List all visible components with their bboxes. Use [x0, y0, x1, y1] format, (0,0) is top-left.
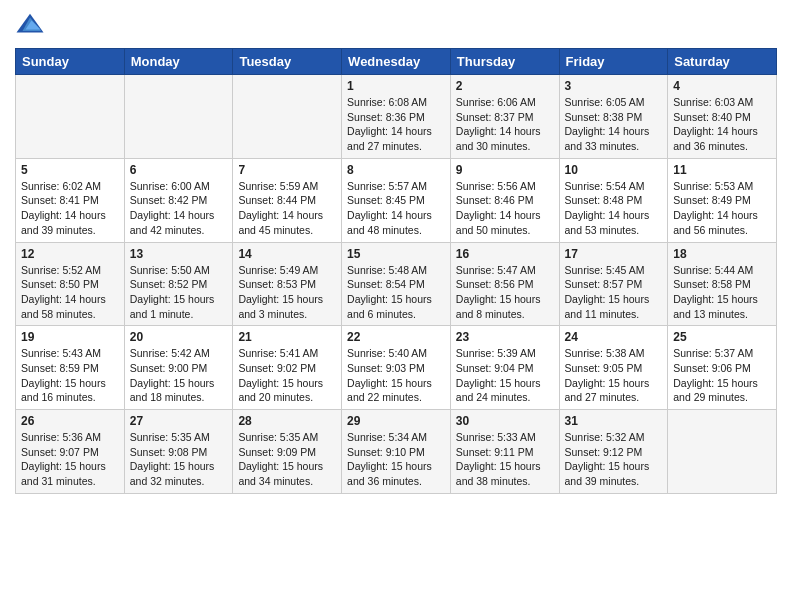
calendar-cell: 14Sunrise: 5:49 AM Sunset: 8:53 PM Dayli… [233, 242, 342, 326]
day-number: 11 [673, 163, 771, 177]
day-info: Sunrise: 5:52 AM Sunset: 8:50 PM Dayligh… [21, 263, 119, 322]
day-info: Sunrise: 6:06 AM Sunset: 8:37 PM Dayligh… [456, 95, 554, 154]
day-info: Sunrise: 5:34 AM Sunset: 9:10 PM Dayligh… [347, 430, 445, 489]
week-row-5: 26Sunrise: 5:36 AM Sunset: 9:07 PM Dayli… [16, 410, 777, 494]
day-info: Sunrise: 5:59 AM Sunset: 8:44 PM Dayligh… [238, 179, 336, 238]
day-number: 14 [238, 247, 336, 261]
day-number: 15 [347, 247, 445, 261]
calendar-cell: 7Sunrise: 5:59 AM Sunset: 8:44 PM Daylig… [233, 158, 342, 242]
week-row-1: 1Sunrise: 6:08 AM Sunset: 8:36 PM Daylig… [16, 75, 777, 159]
day-info: Sunrise: 5:38 AM Sunset: 9:05 PM Dayligh… [565, 346, 663, 405]
day-info: Sunrise: 6:02 AM Sunset: 8:41 PM Dayligh… [21, 179, 119, 238]
logo [15, 10, 49, 40]
day-number: 7 [238, 163, 336, 177]
day-info: Sunrise: 5:32 AM Sunset: 9:12 PM Dayligh… [565, 430, 663, 489]
day-number: 24 [565, 330, 663, 344]
weekday-header-thursday: Thursday [450, 49, 559, 75]
day-number: 26 [21, 414, 119, 428]
calendar-cell: 27Sunrise: 5:35 AM Sunset: 9:08 PM Dayli… [124, 410, 233, 494]
day-info: Sunrise: 5:47 AM Sunset: 8:56 PM Dayligh… [456, 263, 554, 322]
day-number: 28 [238, 414, 336, 428]
day-info: Sunrise: 5:33 AM Sunset: 9:11 PM Dayligh… [456, 430, 554, 489]
weekday-header-row: SundayMondayTuesdayWednesdayThursdayFrid… [16, 49, 777, 75]
day-number: 18 [673, 247, 771, 261]
day-number: 27 [130, 414, 228, 428]
calendar-cell: 25Sunrise: 5:37 AM Sunset: 9:06 PM Dayli… [668, 326, 777, 410]
day-info: Sunrise: 5:39 AM Sunset: 9:04 PM Dayligh… [456, 346, 554, 405]
calendar-table: SundayMondayTuesdayWednesdayThursdayFrid… [15, 48, 777, 494]
day-number: 31 [565, 414, 663, 428]
day-info: Sunrise: 5:57 AM Sunset: 8:45 PM Dayligh… [347, 179, 445, 238]
weekday-header-monday: Monday [124, 49, 233, 75]
calendar-cell: 29Sunrise: 5:34 AM Sunset: 9:10 PM Dayli… [342, 410, 451, 494]
weekday-header-wednesday: Wednesday [342, 49, 451, 75]
day-number: 8 [347, 163, 445, 177]
page-header [15, 10, 777, 40]
calendar-cell: 2Sunrise: 6:06 AM Sunset: 8:37 PM Daylig… [450, 75, 559, 159]
day-info: Sunrise: 5:48 AM Sunset: 8:54 PM Dayligh… [347, 263, 445, 322]
day-info: Sunrise: 5:41 AM Sunset: 9:02 PM Dayligh… [238, 346, 336, 405]
calendar-cell: 31Sunrise: 5:32 AM Sunset: 9:12 PM Dayli… [559, 410, 668, 494]
calendar-cell: 28Sunrise: 5:35 AM Sunset: 9:09 PM Dayli… [233, 410, 342, 494]
calendar-cell: 8Sunrise: 5:57 AM Sunset: 8:45 PM Daylig… [342, 158, 451, 242]
week-row-4: 19Sunrise: 5:43 AM Sunset: 8:59 PM Dayli… [16, 326, 777, 410]
day-number: 3 [565, 79, 663, 93]
calendar-cell: 18Sunrise: 5:44 AM Sunset: 8:58 PM Dayli… [668, 242, 777, 326]
weekday-header-friday: Friday [559, 49, 668, 75]
calendar-cell: 13Sunrise: 5:50 AM Sunset: 8:52 PM Dayli… [124, 242, 233, 326]
logo-icon [15, 10, 45, 40]
calendar-cell: 3Sunrise: 6:05 AM Sunset: 8:38 PM Daylig… [559, 75, 668, 159]
day-number: 12 [21, 247, 119, 261]
weekday-header-sunday: Sunday [16, 49, 125, 75]
calendar-cell: 1Sunrise: 6:08 AM Sunset: 8:36 PM Daylig… [342, 75, 451, 159]
day-number: 9 [456, 163, 554, 177]
calendar-cell: 23Sunrise: 5:39 AM Sunset: 9:04 PM Dayli… [450, 326, 559, 410]
day-info: Sunrise: 5:50 AM Sunset: 8:52 PM Dayligh… [130, 263, 228, 322]
calendar-cell [668, 410, 777, 494]
day-info: Sunrise: 5:49 AM Sunset: 8:53 PM Dayligh… [238, 263, 336, 322]
day-number: 16 [456, 247, 554, 261]
day-info: Sunrise: 5:56 AM Sunset: 8:46 PM Dayligh… [456, 179, 554, 238]
day-info: Sunrise: 6:08 AM Sunset: 8:36 PM Dayligh… [347, 95, 445, 154]
day-info: Sunrise: 5:36 AM Sunset: 9:07 PM Dayligh… [21, 430, 119, 489]
day-info: Sunrise: 5:44 AM Sunset: 8:58 PM Dayligh… [673, 263, 771, 322]
day-number: 30 [456, 414, 554, 428]
day-number: 17 [565, 247, 663, 261]
day-info: Sunrise: 5:40 AM Sunset: 9:03 PM Dayligh… [347, 346, 445, 405]
day-number: 29 [347, 414, 445, 428]
calendar-cell: 22Sunrise: 5:40 AM Sunset: 9:03 PM Dayli… [342, 326, 451, 410]
calendar-cell [233, 75, 342, 159]
day-info: Sunrise: 6:05 AM Sunset: 8:38 PM Dayligh… [565, 95, 663, 154]
day-number: 25 [673, 330, 771, 344]
calendar-cell [16, 75, 125, 159]
day-number: 2 [456, 79, 554, 93]
weekday-header-tuesday: Tuesday [233, 49, 342, 75]
day-number: 4 [673, 79, 771, 93]
day-info: Sunrise: 6:03 AM Sunset: 8:40 PM Dayligh… [673, 95, 771, 154]
calendar-cell: 4Sunrise: 6:03 AM Sunset: 8:40 PM Daylig… [668, 75, 777, 159]
day-info: Sunrise: 5:43 AM Sunset: 8:59 PM Dayligh… [21, 346, 119, 405]
day-number: 21 [238, 330, 336, 344]
day-info: Sunrise: 5:35 AM Sunset: 9:08 PM Dayligh… [130, 430, 228, 489]
calendar-cell: 30Sunrise: 5:33 AM Sunset: 9:11 PM Dayli… [450, 410, 559, 494]
day-number: 1 [347, 79, 445, 93]
day-info: Sunrise: 5:37 AM Sunset: 9:06 PM Dayligh… [673, 346, 771, 405]
calendar-cell: 16Sunrise: 5:47 AM Sunset: 8:56 PM Dayli… [450, 242, 559, 326]
day-number: 10 [565, 163, 663, 177]
calendar-cell: 20Sunrise: 5:42 AM Sunset: 9:00 PM Dayli… [124, 326, 233, 410]
day-number: 6 [130, 163, 228, 177]
calendar-cell: 21Sunrise: 5:41 AM Sunset: 9:02 PM Dayli… [233, 326, 342, 410]
calendar-cell: 5Sunrise: 6:02 AM Sunset: 8:41 PM Daylig… [16, 158, 125, 242]
day-info: Sunrise: 5:42 AM Sunset: 9:00 PM Dayligh… [130, 346, 228, 405]
calendar-cell: 24Sunrise: 5:38 AM Sunset: 9:05 PM Dayli… [559, 326, 668, 410]
day-info: Sunrise: 5:54 AM Sunset: 8:48 PM Dayligh… [565, 179, 663, 238]
day-number: 23 [456, 330, 554, 344]
calendar-cell: 12Sunrise: 5:52 AM Sunset: 8:50 PM Dayli… [16, 242, 125, 326]
calendar-cell: 15Sunrise: 5:48 AM Sunset: 8:54 PM Dayli… [342, 242, 451, 326]
week-row-3: 12Sunrise: 5:52 AM Sunset: 8:50 PM Dayli… [16, 242, 777, 326]
day-number: 19 [21, 330, 119, 344]
day-number: 20 [130, 330, 228, 344]
calendar-cell: 10Sunrise: 5:54 AM Sunset: 8:48 PM Dayli… [559, 158, 668, 242]
day-info: Sunrise: 6:00 AM Sunset: 8:42 PM Dayligh… [130, 179, 228, 238]
weekday-header-saturday: Saturday [668, 49, 777, 75]
